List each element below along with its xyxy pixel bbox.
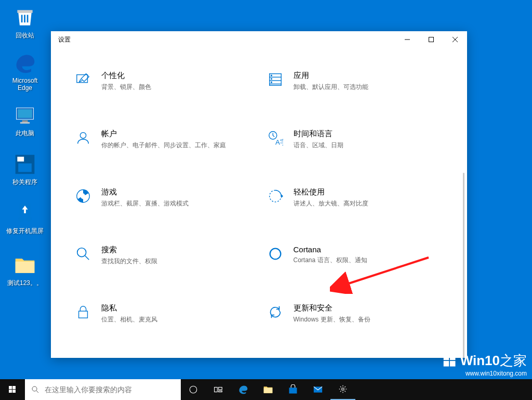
category-accounts[interactable]: 帐户 你的帐户、电子邮件、同步设置、工作、家庭 <box>72 127 254 152</box>
svg-rect-14 <box>429 37 434 42</box>
svg-rect-43 <box>12 390 16 393</box>
desktop-icon-this-pc[interactable]: 此电脑 <box>5 104 45 138</box>
desktop-icon-folder[interactable]: 测试123。。 <box>5 254 45 288</box>
close-button[interactable] <box>443 31 467 48</box>
watermark: Win10之家 www.win10xitong.com <box>443 352 527 377</box>
svg-point-24 <box>271 82 272 83</box>
titlebar: 设置 <box>51 31 467 48</box>
category-desc: 讲述人、放大镜、高对比度 <box>294 199 444 208</box>
category-title: 更新和安全 <box>294 303 444 313</box>
taskbar-edge[interactable] <box>231 379 256 400</box>
window-title: 设置 <box>58 35 71 44</box>
svg-point-44 <box>32 386 37 391</box>
taskbar-taskview[interactable] <box>206 379 231 400</box>
desktop-icon-repair[interactable]: 修复开机黑屏 <box>5 202 45 236</box>
desktop-icon-recycle-bin[interactable]: 回收站 <box>5 6 45 40</box>
svg-rect-48 <box>219 388 222 390</box>
scrollbar[interactable] <box>463 173 464 358</box>
category-desc: 语音、区域、日期 <box>294 141 444 150</box>
settings-content: 个性化 背景、锁屏、颜色 应用 卸载、默认应用、可选功能 帐户 <box>51 48 467 358</box>
search-input[interactable] <box>45 385 175 394</box>
category-title: Cortana <box>294 245 444 254</box>
category-title: 时间和语言 <box>294 129 444 139</box>
svg-rect-33 <box>78 311 87 318</box>
category-personalization[interactable]: 个性化 背景、锁屏、颜色 <box>72 69 254 94</box>
category-update-security[interactable]: 更新和安全 Windows 更新、恢复、备份 <box>264 301 446 326</box>
svg-text:A字: A字 <box>275 138 283 146</box>
category-desc: 查找我的文件、权限 <box>101 257 252 266</box>
category-privacy[interactable]: 隐私 位置、相机、麦克风 <box>72 301 254 326</box>
category-apps[interactable]: 应用 卸载、默认应用、可选功能 <box>264 69 446 94</box>
minimize-button[interactable] <box>395 31 419 48</box>
svg-point-11 <box>18 216 24 222</box>
category-search[interactable]: 搜索 查找我的文件、权限 <box>72 243 254 268</box>
ease-of-access-icon <box>267 187 284 205</box>
svg-marker-29 <box>281 194 283 198</box>
category-desc: 游戏栏、截屏、直播、游戏模式 <box>101 199 252 208</box>
svg-rect-17 <box>76 75 87 83</box>
svg-rect-5 <box>22 120 28 122</box>
privacy-icon <box>74 303 92 321</box>
taskbar-explorer[interactable] <box>256 379 281 400</box>
category-time-language[interactable]: A字 时间和语言 语音、区域、日期 <box>264 127 446 152</box>
category-desc: 卸载、默认应用、可选功能 <box>294 83 444 92</box>
category-desc: 位置、相机、麦克风 <box>101 315 252 324</box>
desktop-icon-label: Microsoft Edge <box>5 77 45 92</box>
svg-rect-1 <box>24 15 25 23</box>
category-desc: Windows 更新、恢复、备份 <box>294 315 444 324</box>
svg-point-25 <box>80 132 86 138</box>
svg-rect-2 <box>27 15 29 23</box>
taskbar-mail[interactable] <box>305 379 330 400</box>
category-desc: Cortana 语言、权限、通知 <box>294 256 444 265</box>
desktop-icon-shutdown[interactable]: 秒关程序 <box>5 153 45 187</box>
repair-icon <box>14 202 36 225</box>
taskbar-cortana[interactable] <box>181 379 206 400</box>
settings-window: 设置 个性化 背景、锁屏、颜色 应用 <box>51 31 467 358</box>
personalization-icon <box>74 71 92 88</box>
svg-point-30 <box>77 248 86 257</box>
svg-point-12 <box>26 216 32 222</box>
category-title: 帐户 <box>101 129 252 139</box>
category-ease-of-access[interactable]: 轻松使用 讲述人、放大镜、高对比度 <box>264 185 446 210</box>
recycle-bin-icon <box>14 6 36 29</box>
search-icon <box>31 385 39 394</box>
shutdown-app-icon <box>14 153 36 176</box>
svg-rect-49 <box>219 391 222 392</box>
taskbar-store[interactable] <box>281 379 305 400</box>
taskbar-search[interactable] <box>25 379 181 400</box>
svg-point-23 <box>271 79 272 80</box>
svg-rect-38 <box>443 361 449 367</box>
search-icon <box>74 245 92 263</box>
apps-icon <box>267 71 284 88</box>
svg-rect-42 <box>9 390 12 393</box>
svg-point-32 <box>270 249 281 260</box>
svg-rect-36 <box>443 354 449 360</box>
category-title: 轻松使用 <box>294 187 444 197</box>
update-security-icon <box>267 303 284 321</box>
category-cortana[interactable]: Cortana Cortana 语言、权限、通知 <box>264 243 446 268</box>
folder-icon <box>14 254 36 277</box>
desktop-icon-edge[interactable]: Microsoft Edge <box>5 52 45 92</box>
desktop-icon-label: 测试123。。 <box>5 279 45 288</box>
svg-line-45 <box>36 391 38 393</box>
maximize-button[interactable] <box>419 31 443 48</box>
svg-rect-41 <box>12 386 16 389</box>
desktop-icon-label: 此电脑 <box>5 129 45 138</box>
svg-point-46 <box>190 386 197 393</box>
svg-rect-0 <box>21 15 23 23</box>
category-title: 游戏 <box>101 187 252 197</box>
computer-icon <box>14 104 36 127</box>
edge-icon <box>14 52 36 75</box>
start-button[interactable] <box>0 379 25 400</box>
cortana-icon <box>267 245 284 263</box>
category-title: 个性化 <box>101 71 252 81</box>
svg-rect-37 <box>450 354 456 360</box>
category-title: 搜索 <box>101 245 252 255</box>
category-gaming[interactable]: 游戏 游戏栏、截屏、直播、游戏模式 <box>72 185 254 210</box>
desktop-icon-label: 秒关程序 <box>5 178 45 187</box>
svg-rect-39 <box>450 361 456 367</box>
taskbar-settings[interactable] <box>330 379 355 400</box>
svg-rect-6 <box>20 122 30 124</box>
svg-point-52 <box>342 388 344 391</box>
category-title: 应用 <box>294 71 444 81</box>
